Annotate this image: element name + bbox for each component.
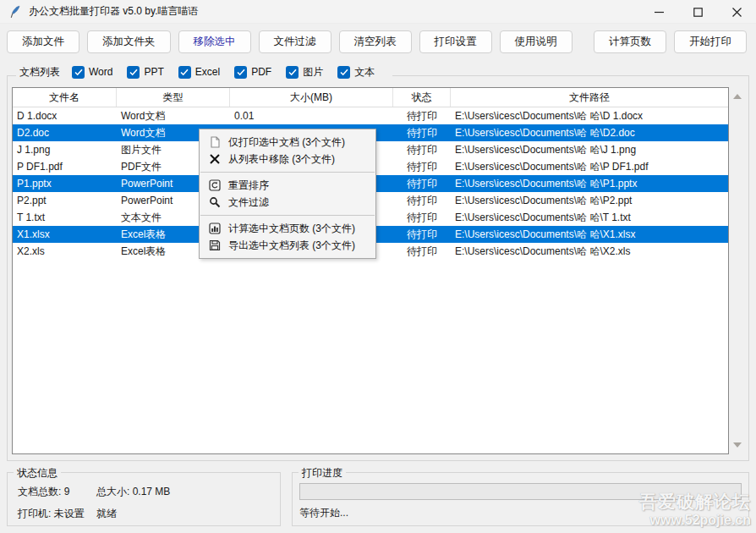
window-title: 办公文档批量打印器 v5.0 by.喵言喵语 [29,4,198,19]
filter-checkbox-excel[interactable]: Excel [178,66,220,79]
column-header-type[interactable]: 类型 [117,88,230,107]
menu-item-print-selected[interactable]: 仅打印选中文档 (3个文件) [200,134,375,151]
remove-selected-button[interactable]: 移除选中 [178,30,251,53]
filter-checkbox-pdf[interactable]: PDF [234,66,271,79]
print-settings-button[interactable]: 打印设置 [419,30,492,53]
doc-count-text: 文档总数: 9 [18,485,96,499]
status-info-label: 状态信息 [14,466,61,481]
context-menu: 仅打印选中文档 (3个文件) 从列表中移除 (3个文件) 重置排序 文件过滤 计… [199,129,376,259]
add-files-button[interactable]: 添加文件 [7,30,79,53]
menu-item-count-pages[interactable]: 计算选中文档页数 (3个文件) [200,220,375,237]
file-filter-button[interactable]: 文件过滤 [259,30,331,53]
status-info-group: 状态信息 文档总数: 9 总大小: 0.17 MB 打印机: 未设置 就绪 [7,472,281,526]
remove-from-list-icon [208,152,222,166]
count-pages-button[interactable]: 计算页数 [594,30,666,53]
start-print-button[interactable]: 开始打印 [674,30,747,53]
checkbox-checked-icon [178,66,191,79]
menu-item-remove-from-list[interactable]: 从列表中移除 (3个文件) [200,151,375,168]
ready-text: 就绪 [96,507,170,521]
checkbox-checked-icon [337,66,350,79]
document-list-label: 文档列表 [19,65,60,80]
minimize-button[interactable] [639,0,678,24]
column-header-path[interactable]: 文件路径 [451,88,728,107]
checkbox-checked-icon [127,66,140,79]
filter-checkbox-ppt[interactable]: PPT [127,66,163,79]
menu-separator [200,215,375,216]
menu-item-file-filter[interactable]: 文件过滤 [200,194,375,211]
file-filter-icon [208,195,222,209]
column-header-size[interactable]: 大小(MB) [230,88,393,107]
menu-separator [200,172,375,173]
print-selected-icon [208,135,222,149]
print-progress-group: 打印进度 等待开始... [292,472,749,526]
menu-item-export-list[interactable]: 导出选中文档列表 (3个文件) [200,237,375,254]
table-scrollbar[interactable] [731,87,743,454]
column-header-status[interactable]: 状态 [393,88,451,107]
progress-bar [299,483,742,500]
app-feather-icon [8,5,22,19]
export-list-icon [208,239,222,252]
filter-checkbox-word[interactable]: Word [72,66,112,79]
scroll-down-icon[interactable] [733,442,742,448]
progress-status-text: 等待开始... [299,506,348,520]
maximize-button[interactable] [678,0,717,24]
checkbox-checked-icon [234,66,247,79]
column-header-filename[interactable]: 文件名 [13,88,117,107]
printer-text: 打印机: 未设置 [18,507,96,521]
clear-list-button[interactable]: 清空列表 [339,30,412,53]
table-row[interactable]: D 1.docx Word文档 0.01 待打印 E:\Users\icesc\… [13,107,728,124]
checkbox-checked-icon [286,66,299,79]
titlebar: 办公文档批量打印器 v5.0 by.喵言喵语 [0,0,756,24]
print-progress-label: 打印进度 [299,466,346,481]
toolbar: 添加文件 添加文件夹 移除选中 文件过滤 清空列表 打印设置 使用说明 计算页数… [7,30,749,53]
add-folder-button[interactable]: 添加文件夹 [87,30,171,53]
filter-checkbox-text[interactable]: 文本 [337,65,375,80]
total-size-text: 总大小: 0.17 MB [96,485,170,499]
help-button[interactable]: 使用说明 [500,30,572,53]
menu-item-reset-sort[interactable]: 重置排序 [200,177,375,194]
checkbox-checked-icon [72,66,85,79]
reset-sort-icon [208,179,222,192]
count-pages-icon [208,222,222,235]
scroll-up-icon[interactable] [733,94,742,99]
filter-checkbox-image[interactable]: 图片 [286,65,323,80]
close-button[interactable] [717,0,756,24]
table-header: 文件名 类型 大小(MB) 状态 文件路径 [13,88,728,107]
